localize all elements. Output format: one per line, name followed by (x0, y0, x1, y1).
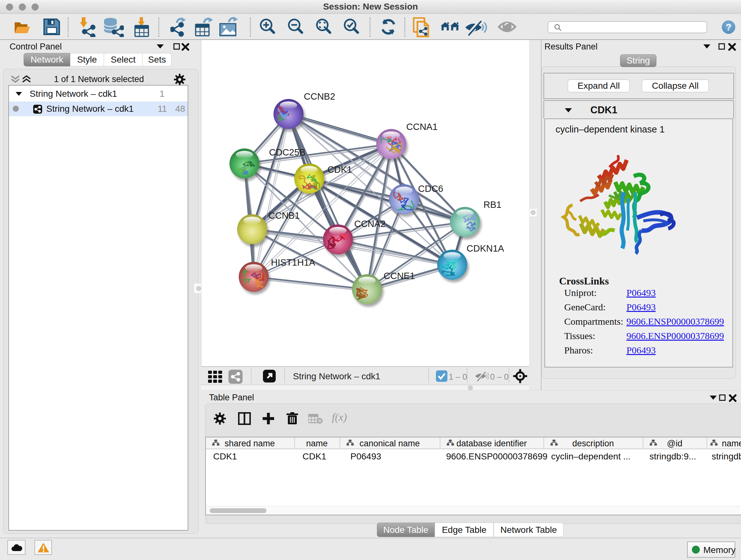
svg-text:CCNB1: CCNB1 (268, 210, 300, 221)
svg-text:HIST1H1A: HIST1H1A (271, 257, 315, 267)
svg-text:CCNE1: CCNE1 (384, 271, 415, 281)
svg-text:CCNA2: CCNA2 (354, 219, 386, 229)
svg-text:CCNB2: CCNB2 (304, 91, 335, 102)
svg-text:CDC25B: CDC25B (269, 147, 306, 158)
svg-text:CDK1: CDK1 (327, 165, 352, 175)
svg-text:CCNA1: CCNA1 (406, 122, 437, 132)
svg-text:RB1: RB1 (483, 199, 501, 210)
svg-text:CDKN1A: CDKN1A (467, 243, 504, 253)
svg-text:CDC6: CDC6 (418, 184, 443, 194)
